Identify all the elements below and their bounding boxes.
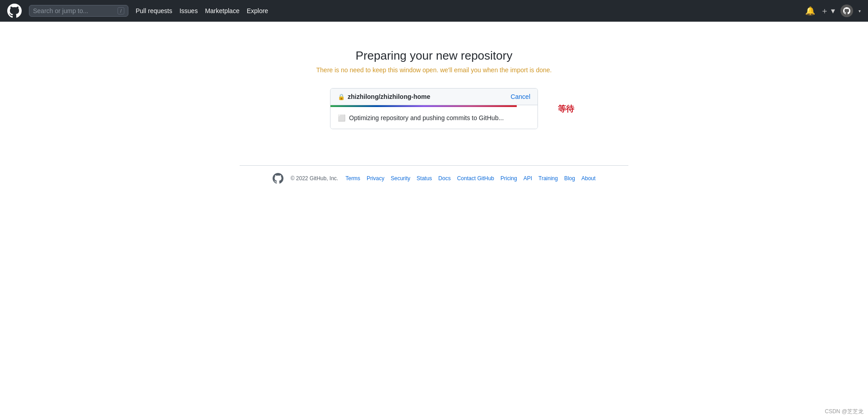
nav-marketplace[interactable]: Marketplace — [205, 7, 239, 14]
repo-full-name: zhizhilong/zhizhilong-home — [348, 93, 430, 100]
repo-card-header: 🔒 zhizhilong/zhizhilong-home Cancel — [330, 89, 538, 105]
github-logo[interactable] — [7, 4, 22, 18]
header: Search or jump to... / Pull requests Iss… — [0, 0, 868, 22]
search-placeholder: Search or jump to... — [33, 7, 88, 14]
main-content: Preparing your new repository There is n… — [0, 22, 868, 420]
progress-bar-container — [330, 105, 538, 107]
pricing-link[interactable]: Pricing — [500, 175, 517, 182]
repo-prefix: zhizhilong/ — [348, 93, 380, 100]
terms-link[interactable]: Terms — [345, 175, 360, 182]
repo-card-wrapper: 🔒 zhizhilong/zhizhilong-home Cancel ⬜ Op… — [330, 88, 538, 129]
progress-bar-fill — [330, 105, 517, 107]
slash-key: / — [118, 7, 124, 14]
footer: © 2022 GitHub, Inc. Terms Privacy Securi… — [273, 166, 596, 195]
contact-link[interactable]: Contact GitHub — [457, 175, 494, 182]
blog-link[interactable]: Blog — [564, 175, 575, 182]
lock-icon: 🔒 — [338, 93, 345, 100]
api-link[interactable]: API — [524, 175, 532, 182]
nav-pull-requests[interactable]: Pull requests — [136, 7, 172, 14]
nav-issues[interactable]: Issues — [179, 7, 198, 14]
status-text: Optimizing repository and pushing commit… — [349, 114, 504, 121]
avatar-dropdown-icon[interactable]: ▾ — [859, 9, 861, 14]
nav-explore[interactable]: Explore — [247, 7, 268, 14]
status-line: ⬜ Optimizing repository and pushing comm… — [338, 114, 530, 121]
footer-links: Terms Privacy Security Status Docs Conta… — [345, 175, 595, 182]
notifications-icon[interactable]: 🔔 — [805, 6, 815, 16]
user-avatar[interactable] — [840, 5, 853, 17]
docs-link[interactable]: Docs — [439, 175, 451, 182]
page-title: Preparing your new repository — [356, 49, 513, 63]
repo-name-area: 🔒 zhizhilong/zhizhilong-home — [338, 93, 430, 100]
header-nav: Pull requests Issues Marketplace Explore — [136, 7, 268, 14]
terminal-icon: ⬜ — [338, 114, 345, 121]
cancel-button[interactable]: Cancel — [510, 93, 530, 100]
create-icon[interactable]: ＋ ▾ — [821, 5, 835, 16]
footer-github-logo — [273, 173, 283, 184]
repo-bold-name: zhizhilong-home — [380, 93, 430, 100]
repo-card-body: ⬜ Optimizing repository and pushing comm… — [330, 107, 538, 129]
page-subtitle: There is no need to keep this window ope… — [316, 66, 552, 74]
privacy-link[interactable]: Privacy — [367, 175, 384, 182]
watermark: CSDN @芝芝龙 — [825, 408, 863, 415]
training-link[interactable]: Training — [538, 175, 558, 182]
about-link[interactable]: About — [581, 175, 595, 182]
repo-card: 🔒 zhizhilong/zhizhilong-home Cancel ⬜ Op… — [330, 88, 538, 129]
security-link[interactable]: Security — [391, 175, 410, 182]
search-box[interactable]: Search or jump to... / — [29, 5, 128, 17]
waiting-text: 等待 — [558, 103, 574, 114]
status-link[interactable]: Status — [417, 175, 432, 182]
footer-copyright: © 2022 GitHub, Inc. — [291, 175, 339, 182]
header-actions: 🔔 ＋ ▾ ▾ — [805, 5, 861, 17]
